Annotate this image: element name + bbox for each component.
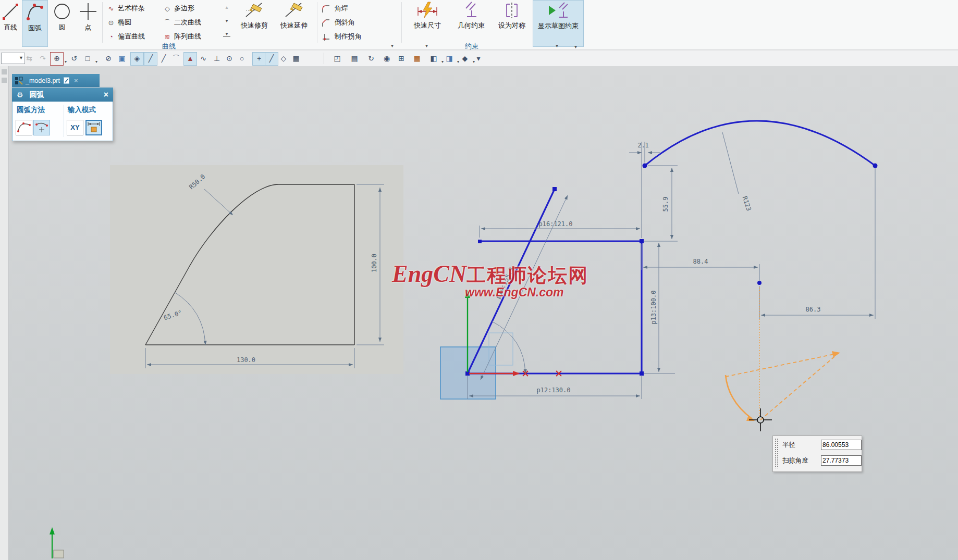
ribbon-separator [102,2,103,43]
point-on-curve-snap-icon[interactable]: ▲ [183,52,197,66]
arc-by-3-points-button[interactable] [16,120,32,135]
ribbon: 直线 圆弧 圆 点 ∿艺术样条 ⊙椭圆 [0,0,958,50]
wcs-icon[interactable]: ⊕▾ [50,52,64,66]
circle-label: 圆 [51,23,73,32]
radius-input[interactable] [821,440,862,450]
palette-icon[interactable]: ◧▾ [427,52,440,65]
parameter-input-mode-button[interactable] [85,120,102,135]
part-tab-close-icon[interactable]: × [74,77,78,84]
width-863-dim[interactable]: 86.3 [806,306,821,313]
quick-extend-button[interactable]: 快速延伸 [275,0,313,46]
circle-tool-button[interactable]: 圆 [51,0,73,46]
display-sketch-constraints-button[interactable]: 显示草图约束 [533,0,584,47]
make-corner-item[interactable]: 制作拐角 [321,30,362,43]
arc-dialog-titlebar[interactable]: ⚙ 圆弧 × [12,88,113,102]
tangent-snap-icon[interactable]: ╱ [265,52,278,66]
center-snap-icon[interactable]: ⊙ [223,52,236,65]
resource-bar[interactable] [0,66,9,560]
p16-dim[interactable]: p16:121.0 [538,220,572,228]
perpendicular-snap-icon[interactable]: ⊥ [211,52,223,65]
chamfer-item[interactable]: 倒斜角 [321,16,355,29]
part-tab[interactable]: _model3.prt × [12,74,100,87]
active-sketch-geometry[interactable] [440,187,644,399]
point-tool-button[interactable]: 点 [77,0,99,46]
midpoint-snap-icon[interactable]: ╱ [157,52,170,65]
popup-drag-handle[interactable] [775,438,779,468]
display-sketch-constraints-label: 显示草图约束 [533,21,583,31]
quadrant-snap-icon[interactable]: ◇ [277,52,290,65]
sweep-angle-input[interactable] [821,455,862,466]
grid-icon[interactable]: ⊞ [395,52,408,65]
make-symmetric-label: 设为对称 [493,21,531,30]
studio-spline-item[interactable]: ∿艺术样条 [106,2,145,15]
dialog-options-gear-icon[interactable]: ⚙ [17,91,23,99]
conic-item[interactable]: ⌒二次曲线 [163,16,201,29]
width-884-dim[interactable]: 88.4 [693,258,708,265]
grid-snap-icon[interactable]: ▦ [290,52,302,65]
layer-settings-icon[interactable]: ▦ [411,52,423,65]
xy-input-mode-button[interactable]: XY [67,120,83,135]
arc-parameter-popup[interactable]: 半径 扫掠角度 [772,435,862,472]
solid-filter-icon[interactable]: ▣ [116,52,128,65]
rotate-view-icon[interactable]: ↺ [68,52,80,65]
ellipse-item[interactable]: ⊙椭圆 [106,16,131,29]
rectangle-select-icon[interactable]: □▾ [81,52,94,65]
make-symmetric-button[interactable]: 设为对称 [493,0,531,46]
quick-extend-icon [284,1,304,20]
arc-snap-icon[interactable]: ⌒ [170,52,182,65]
arc-sketch-dimensions[interactable] [629,132,875,319]
sweep-angle-field-label: 扫掠角度 [782,456,821,465]
redo-icon[interactable]: ↷ [36,52,49,65]
spline-snap-icon[interactable]: ∿ [197,52,210,65]
line-tool-button[interactable]: 直线 [0,0,21,46]
gap-dim[interactable]: 2.1 [637,142,649,149]
quick-trim-icon [244,1,265,20]
list-down-icon[interactable]: ▾ [223,18,230,23]
render-style-icon[interactable]: ◉ [380,52,393,65]
offset-curve-item[interactable]: ◔偏置曲线 [106,30,145,43]
radius-123-dim[interactable]: R123 [741,195,753,212]
p12-dim[interactable]: p12:130.0 [536,387,570,394]
pattern-curve-icon: ≋ [163,31,172,43]
arc-dialog-close-icon[interactable]: × [104,90,108,99]
arc-sketch-geometry[interactable] [643,121,878,285]
display-constraints-more-icon[interactable]: ▾ [556,43,558,48]
constraints-group-dialog-icon[interactable]: ▾ [574,44,577,49]
rapid-dimension-button[interactable]: 快速尺寸 [407,0,448,46]
geometric-constraints-button[interactable]: 几何约束 [451,0,491,46]
arc-dialog: ⚙ 圆弧 × 圆弧方法 输入模式 [12,88,113,141]
list-up-icon[interactable]: ▴ [223,4,230,10]
refresh-icon[interactable]: ↻ [365,52,377,65]
resource-bar-icon[interactable] [2,78,7,83]
modified-doc-icon [63,77,70,84]
corner-group-more-icon[interactable]: ▾ [391,43,394,48]
quick-trim-button[interactable]: 快速修剪 [236,0,273,46]
effects-icon[interactable]: ◆▾ [459,52,471,65]
window-display-icon[interactable]: ◰ [331,52,343,65]
resource-bar-icon[interactable] [2,69,7,74]
height-559-dim[interactable]: 55.9 [662,197,669,212]
rapid-dimension-icon [416,1,439,20]
selection-filter-icon[interactable]: ⊘ [102,52,115,65]
pattern-curve-item[interactable]: ≋阵列曲线 [163,30,201,43]
shaded-display-icon[interactable]: ◨▾ [443,52,456,65]
geometric-constraints-icon [462,1,481,20]
snap-point-icon[interactable]: ◈ [130,52,144,66]
circle-snap-icon[interactable]: ○ [236,52,248,65]
intersection-snap-icon[interactable]: + [252,52,266,66]
toolbar-more-icon[interactable]: ▾ [472,52,485,65]
arc-tool-button[interactable]: 圆弧 [22,0,48,47]
p13-dim[interactable]: p13:100.0 [650,290,657,324]
chamfer-icon [321,18,330,28]
sketch-canvas[interactable]: R50.0 65.0° 130.0 100.0 [0,66,958,560]
graphics-viewport[interactable]: R50.0 65.0° 130.0 100.0 [0,66,958,560]
selection-scope-combo[interactable]: ▼ [1,53,25,64]
polygon-item[interactable]: ◇多边形 [163,2,194,15]
arc-by-center-button[interactable] [33,120,50,135]
view-triad [50,527,64,558]
list-expand-icon[interactable]: ▾ [223,31,230,37]
endpoint-snap-icon[interactable]: ╱ [144,52,157,66]
fit-view-icon[interactable]: ⇆ [23,52,35,65]
capture-image-icon[interactable]: ▤ [348,52,361,65]
fillet-item[interactable]: 角焊 [321,2,348,15]
